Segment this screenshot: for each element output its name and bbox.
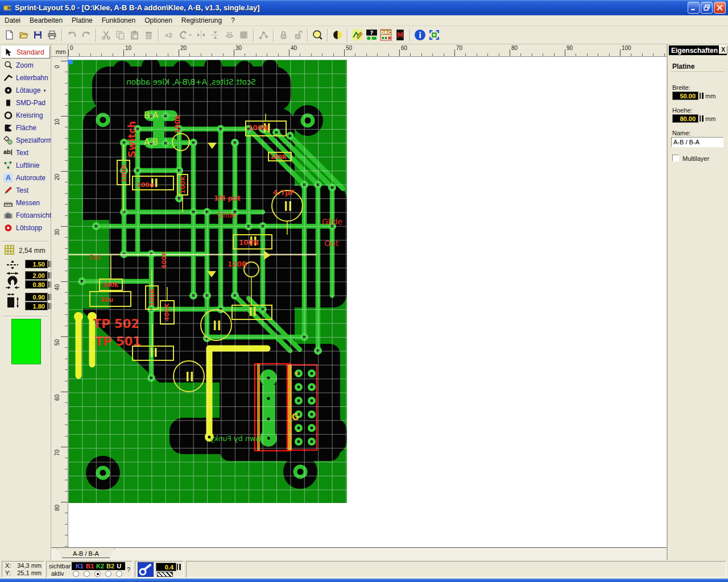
board-tab[interactable]: A-B / B-A bbox=[57, 548, 115, 558]
tool-kreisring[interactable]: Kreisring bbox=[1, 109, 50, 122]
pad-drill-value[interactable]: 0.80 bbox=[25, 280, 48, 289]
tool-messen[interactable]: Messen bbox=[1, 197, 50, 209]
svg-text:i: i bbox=[419, 31, 421, 40]
track-width-value[interactable]: 1.50 bbox=[25, 260, 48, 268]
properties-close-button[interactable]: X bbox=[719, 45, 727, 54]
rotate-button[interactable] bbox=[176, 28, 194, 42]
minimize-button[interactable] bbox=[688, 2, 700, 14]
multilayer-checkbox[interactable] bbox=[672, 155, 679, 161]
tool-autoroute[interactable]: A Autoroute bbox=[1, 172, 50, 184]
mirror-horizontal-button[interactable] bbox=[194, 28, 208, 42]
tool-text[interactable]: ab| Text bbox=[1, 147, 50, 159]
menu-optionen[interactable]: Optionen bbox=[140, 15, 177, 26]
hoehe-spinner[interactable] bbox=[700, 115, 704, 122]
tool-zoom[interactable]: Zoom bbox=[1, 59, 50, 72]
smd-size-icon bbox=[6, 293, 20, 311]
tool-lotauge[interactable]: Lötauge ▾ bbox=[1, 84, 50, 97]
track-width-status[interactable]: 0.4 bbox=[156, 563, 176, 571]
grid-value[interactable]: 2,54 mm bbox=[19, 247, 46, 255]
menu-funktionen[interactable]: Funktionen bbox=[97, 15, 140, 26]
pad-outer-value[interactable]: 2.00 bbox=[25, 271, 48, 280]
track-icon bbox=[3, 73, 13, 82]
hatch-swatch[interactable] bbox=[157, 572, 173, 577]
tool-fotoansicht[interactable]: Fotoansicht bbox=[1, 209, 50, 222]
layer-help[interactable]: ? bbox=[127, 566, 130, 573]
toolbar-separator bbox=[347, 29, 348, 41]
tool-lotstopp[interactable]: Lötstopp bbox=[1, 222, 50, 234]
print-button[interactable] bbox=[45, 28, 59, 42]
paste-button[interactable] bbox=[127, 28, 142, 42]
tool-smd-pad[interactable]: SMD-Pad bbox=[1, 97, 50, 109]
radio-b1[interactable] bbox=[84, 571, 90, 577]
hoehe-value[interactable]: 80.00 bbox=[672, 114, 698, 123]
radio-u[interactable] bbox=[116, 571, 122, 577]
menu-bearbeiten[interactable]: Bearbeiten bbox=[25, 15, 67, 26]
new-button[interactable] bbox=[2, 28, 16, 42]
info-button[interactable]: i bbox=[413, 28, 427, 42]
open-button[interactable] bbox=[16, 28, 31, 42]
layer-toggle-bar[interactable]: K1 B1 K2 B2 U bbox=[72, 562, 125, 570]
layout-canvas[interactable]: Scott Stites, A+B/B-A, Klee addon drawn … bbox=[68, 57, 667, 547]
tool-test[interactable]: Test bbox=[1, 184, 50, 197]
tool-sidebar: Standard Zoom Leiterbahn ▾ Lötauge ▾ SMD… bbox=[0, 44, 51, 560]
cut-button[interactable] bbox=[99, 28, 113, 42]
layer-b1[interactable]: B1 bbox=[86, 563, 94, 569]
duplicate-button[interactable]: ×2 bbox=[162, 28, 176, 42]
copy-button[interactable] bbox=[113, 28, 127, 42]
capture-button[interactable] bbox=[427, 28, 441, 42]
layer-u[interactable]: U bbox=[117, 563, 121, 569]
macro-button[interactable]: M bbox=[393, 28, 407, 42]
tool-flaeche[interactable]: Fläche bbox=[1, 122, 50, 134]
smd-height-value[interactable]: 1.80 bbox=[25, 302, 48, 310]
smd-width-value[interactable]: 0.90 bbox=[25, 293, 48, 301]
x-label: X: bbox=[5, 562, 11, 569]
solder-mask-button[interactable]: ? bbox=[365, 28, 379, 42]
ground-plane-button[interactable] bbox=[237, 28, 251, 42]
title-bar: Sprint-Layout 5.0 - [O:\Klee, A-B B-A ad… bbox=[0, 0, 728, 15]
x-value: 34,3 mm bbox=[17, 562, 42, 569]
grid-icon[interactable] bbox=[4, 244, 15, 256]
undo-button[interactable] bbox=[65, 28, 79, 42]
layer-b2[interactable]: B2 bbox=[106, 563, 114, 569]
radio-k2[interactable] bbox=[94, 571, 101, 577]
drc-button[interactable]: DRC bbox=[379, 28, 393, 42]
breite-value[interactable]: 50.00 bbox=[672, 92, 698, 100]
menu-datei[interactable]: Datei bbox=[0, 15, 25, 26]
delete-button[interactable] bbox=[142, 28, 156, 42]
properties-header: Eigenschaften bbox=[669, 45, 727, 55]
unlock-button[interactable] bbox=[291, 28, 305, 42]
breite-unit: mm bbox=[705, 93, 715, 99]
lock-button[interactable] bbox=[276, 28, 291, 42]
save-button[interactable] bbox=[31, 28, 45, 42]
breite-spinner[interactable] bbox=[700, 93, 704, 99]
tool-standard[interactable]: Standard bbox=[1, 46, 50, 59]
track-pad-icon[interactable] bbox=[138, 562, 154, 577]
connections-button[interactable] bbox=[257, 28, 271, 42]
name-input[interactable] bbox=[671, 137, 723, 147]
radio-b2[interactable] bbox=[105, 571, 111, 577]
layer-k1[interactable]: K1 bbox=[76, 563, 84, 569]
top-ruler: 010 2030 4050 6070 8090 100 bbox=[68, 44, 667, 57]
pcb-board: Scott Stites, A+B/B-A, Klee addon drawn … bbox=[68, 60, 347, 503]
chevron-down-icon[interactable]: ▾ bbox=[43, 88, 46, 93]
snap-shape-button[interactable] bbox=[222, 28, 237, 42]
menu-platine[interactable]: Platine bbox=[67, 15, 97, 26]
restore-button[interactable] bbox=[701, 2, 713, 14]
layer-color-swatch[interactable] bbox=[11, 319, 41, 364]
photo-view-button[interactable] bbox=[350, 28, 365, 42]
layer-k2[interactable]: K2 bbox=[96, 563, 104, 569]
tool-luftlinie[interactable]: Luftlinie bbox=[1, 159, 50, 172]
redo-button[interactable] bbox=[79, 28, 93, 42]
menu-help[interactable]: ? bbox=[226, 15, 239, 26]
zone-icon bbox=[3, 123, 13, 132]
contrast-button[interactable] bbox=[330, 28, 345, 42]
menu-registrierung[interactable]: Registrierung bbox=[177, 15, 226, 26]
track-width-status-spinner[interactable] bbox=[177, 564, 181, 570]
radio-k1[interactable] bbox=[73, 571, 79, 577]
close-button[interactable] bbox=[714, 2, 726, 14]
mirror-vertical-button[interactable] bbox=[208, 28, 222, 42]
window-title: Sprint-Layout 5.0 - [O:\Klee, A-B B-A ad… bbox=[15, 3, 260, 12]
zoom-tool-button[interactable] bbox=[311, 28, 325, 42]
tool-spezialform[interactable]: Spezialform bbox=[1, 134, 50, 147]
tool-leiterbahn[interactable]: Leiterbahn ▾ bbox=[1, 72, 50, 84]
